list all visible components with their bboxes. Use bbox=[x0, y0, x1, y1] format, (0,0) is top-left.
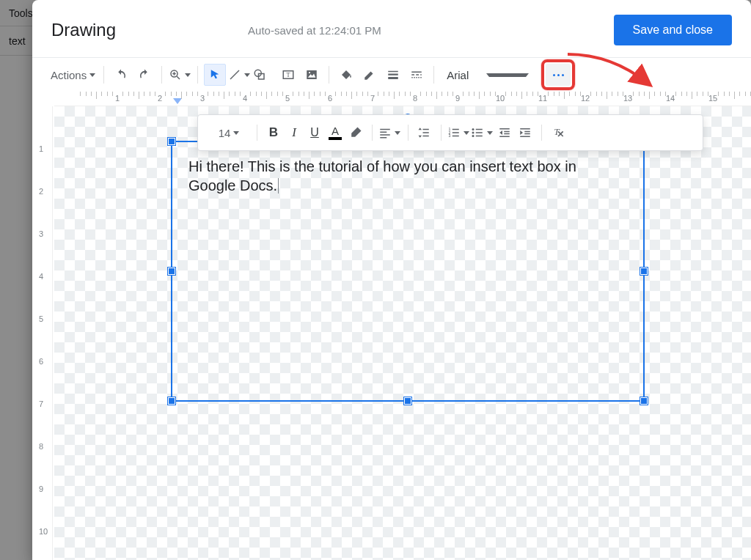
ruler-h-label: 7 bbox=[370, 94, 375, 103]
text-cursor bbox=[278, 178, 279, 194]
canvas-area: 12345678910 Hi there! This is the tutori… bbox=[32, 106, 751, 560]
paint-bucket-icon bbox=[340, 68, 353, 81]
undo-icon bbox=[114, 68, 128, 81]
ruler-v-label: 7 bbox=[39, 399, 43, 408]
indent-first-line-icon[interactable] bbox=[173, 98, 182, 106]
resize-handle-sw[interactable] bbox=[168, 397, 175, 405]
image-icon bbox=[305, 68, 318, 81]
chevron-down-icon bbox=[185, 73, 191, 77]
ruler-h-label: 9 bbox=[455, 94, 460, 103]
increase-indent-button[interactable] bbox=[515, 122, 535, 143]
border-weight[interactable] bbox=[382, 64, 404, 86]
shape-tool[interactable] bbox=[252, 64, 276, 86]
ruler-v-label: 2 bbox=[39, 187, 43, 196]
ruler-v-label: 9 bbox=[39, 485, 43, 493]
line-spacing-menu[interactable] bbox=[414, 122, 435, 143]
svg-line-1 bbox=[177, 76, 180, 79]
align-left-icon bbox=[378, 126, 392, 139]
textbox-tool[interactable]: T bbox=[277, 64, 299, 86]
zoom-icon bbox=[169, 68, 182, 81]
ruler-v-label: 4 bbox=[39, 272, 43, 281]
resize-handle-w[interactable] bbox=[168, 268, 175, 275]
svg-point-24 bbox=[472, 135, 475, 137]
more-icon bbox=[553, 74, 564, 76]
decrease-indent-button[interactable] bbox=[494, 122, 515, 143]
ruler-h-label: 6 bbox=[328, 94, 332, 103]
chevron-down-icon bbox=[395, 131, 400, 135]
indent-decrease-icon bbox=[498, 126, 511, 139]
resize-handle-se[interactable] bbox=[640, 397, 648, 405]
align-menu[interactable] bbox=[378, 122, 402, 143]
resize-handle-nw[interactable] bbox=[168, 138, 175, 145]
menu-tools: Tools bbox=[9, 7, 33, 19]
redo-button[interactable] bbox=[133, 64, 155, 86]
autosave-status: Auto-saved at 12:24:01 PM bbox=[116, 24, 614, 37]
ruler-h-label: 5 bbox=[285, 94, 290, 103]
font-size-value: 14 bbox=[219, 127, 231, 139]
redo-icon bbox=[138, 68, 151, 81]
ruler-v-label: 5 bbox=[39, 314, 43, 323]
zoom-menu[interactable] bbox=[168, 64, 191, 86]
ruler-h-label: 2 bbox=[158, 94, 162, 103]
more-options-button[interactable] bbox=[546, 64, 571, 86]
bulleted-list-menu[interactable] bbox=[471, 122, 494, 143]
numbered-list-menu[interactable]: 123 bbox=[447, 122, 471, 143]
actions-label: Actions bbox=[51, 69, 87, 81]
ruler-h-label: 15 bbox=[708, 94, 717, 103]
ruler-h-label: 14 bbox=[666, 94, 675, 103]
ruler-h-label: 1 bbox=[115, 94, 120, 103]
border-dash[interactable] bbox=[406, 64, 428, 86]
indent-increase-icon bbox=[519, 126, 532, 139]
selected-textbox[interactable]: Hi there! This is the tutorial of how yo… bbox=[171, 141, 645, 402]
text-format-toolbar: 14 B I U A 123 bbox=[197, 114, 703, 151]
svg-point-23 bbox=[472, 132, 475, 134]
ruler-h-label: 11 bbox=[538, 94, 547, 103]
undo-button[interactable] bbox=[110, 64, 132, 86]
resize-handle-s[interactable] bbox=[404, 397, 411, 405]
svg-text:T: T bbox=[287, 72, 290, 78]
shape-icon bbox=[253, 68, 266, 81]
line-dash-icon bbox=[410, 68, 423, 81]
ruler-h-label: 12 bbox=[581, 94, 590, 103]
text-color-button[interactable]: A bbox=[325, 122, 345, 143]
border-color[interactable] bbox=[359, 64, 381, 86]
pencil-icon bbox=[363, 68, 376, 81]
font-family-select[interactable]: Arial bbox=[440, 64, 535, 86]
textbox-icon: T bbox=[282, 68, 295, 81]
bulleted-list-icon bbox=[471, 126, 484, 139]
highlighter-icon bbox=[348, 125, 363, 140]
bold-button[interactable]: B bbox=[263, 122, 284, 143]
drawing-dialog: Drawing Auto-saved at 12:24:01 PM Save a… bbox=[32, 0, 751, 560]
svg-marker-25 bbox=[499, 130, 502, 135]
svg-rect-9 bbox=[307, 70, 317, 79]
ruler-horizontal[interactable]: 12345678910111213141516 bbox=[54, 92, 751, 106]
svg-point-22 bbox=[472, 128, 475, 130]
annotation-highlight bbox=[541, 59, 575, 90]
svg-rect-12 bbox=[388, 71, 398, 73]
ruler-h-label: 4 bbox=[243, 94, 247, 103]
line-tool[interactable] bbox=[227, 64, 251, 86]
svg-rect-13 bbox=[388, 74, 398, 75]
numbered-list-icon: 123 bbox=[447, 126, 461, 139]
ruler-v-label: 8 bbox=[39, 442, 43, 451]
font-size-select[interactable]: 14 bbox=[207, 122, 251, 143]
drawing-canvas[interactable]: Hi there! This is the tutorial of how yo… bbox=[54, 106, 751, 560]
fill-color[interactable] bbox=[335, 64, 357, 86]
cursor-icon bbox=[208, 68, 221, 81]
underline-button[interactable]: U bbox=[304, 122, 325, 143]
chevron-down-icon bbox=[233, 131, 239, 135]
ruler-v-label: 10 bbox=[39, 527, 48, 536]
resize-handle-e[interactable] bbox=[640, 268, 648, 275]
line-spacing-icon bbox=[417, 126, 431, 139]
italic-button[interactable]: I bbox=[284, 122, 304, 143]
image-tool[interactable] bbox=[301, 64, 323, 86]
chevron-down-icon bbox=[486, 73, 529, 77]
save-and-close-button[interactable]: Save and close bbox=[614, 15, 732, 45]
ruler-vertical[interactable]: 12345678910 bbox=[32, 106, 53, 560]
highlight-color-button[interactable] bbox=[345, 122, 366, 143]
svg-rect-14 bbox=[388, 77, 398, 79]
actions-menu[interactable]: Actions bbox=[48, 64, 98, 86]
chevron-down-icon bbox=[487, 131, 493, 135]
clear-formatting-button[interactable]: T bbox=[548, 122, 568, 143]
select-tool[interactable] bbox=[204, 64, 226, 86]
